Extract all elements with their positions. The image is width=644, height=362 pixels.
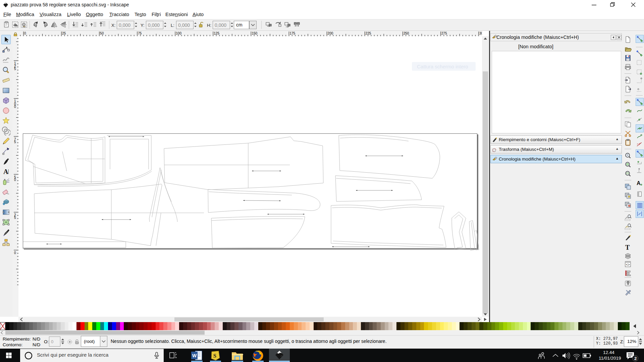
svg-text:25: 25 — [62, 32, 66, 35]
svg-text:0: 0 — [24, 32, 26, 35]
svg-text:0: 0 — [14, 251, 16, 255]
svg-text:0: 0 — [14, 105, 16, 109]
svg-text:5: 5 — [14, 67, 16, 71]
svg-text:T: T — [625, 244, 630, 251]
svg-text:75: 75 — [138, 32, 142, 35]
svg-text:175: 175 — [290, 32, 296, 35]
svg-text:S: S — [213, 353, 216, 359]
svg-text:125: 125 — [214, 32, 219, 35]
svg-text:5: 5 — [14, 216, 16, 220]
svg-text:200: 200 — [328, 32, 333, 35]
svg-text:100: 100 — [176, 32, 181, 35]
svg-text:50: 50 — [100, 32, 104, 35]
svg-text:275: 275 — [441, 32, 447, 35]
svg-text:A: A — [637, 180, 641, 186]
svg-text:2: 2 — [634, 356, 637, 361]
svg-text:150: 150 — [252, 32, 257, 35]
svg-text:A: A — [3, 168, 8, 175]
svg-text:W: W — [192, 353, 197, 358]
svg-text:5: 5 — [14, 140, 16, 144]
svg-text:225: 225 — [366, 32, 371, 35]
svg-text:250: 250 — [404, 32, 409, 35]
svg-text:<>: <> — [626, 263, 630, 266]
svg-text:0: 0 — [14, 178, 16, 182]
svg-text:300: 300 — [479, 32, 482, 35]
